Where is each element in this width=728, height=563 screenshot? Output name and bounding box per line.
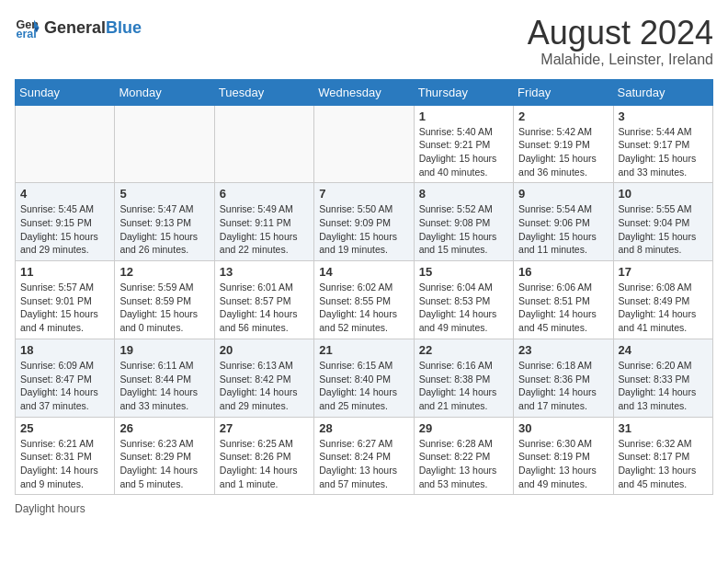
day-info: Sunrise: 5:44 AMSunset: 9:17 PMDaylight:… [619, 125, 708, 179]
day-number: 6 [220, 187, 309, 201]
calendar-cell: 5Sunrise: 5:47 AMSunset: 9:13 PMDaylight… [115, 183, 214, 261]
calendar-day-header: Thursday [414, 79, 513, 105]
calendar-cell: 31Sunrise: 6:32 AMSunset: 8:17 PMDayligh… [613, 417, 712, 495]
calendar-cell: 23Sunrise: 6:18 AMSunset: 8:36 PMDayligh… [514, 339, 613, 417]
day-number: 27 [220, 421, 309, 435]
day-info: Sunrise: 6:01 AMSunset: 8:57 PMDaylight:… [220, 281, 309, 335]
day-info: Sunrise: 5:42 AMSunset: 9:19 PMDaylight:… [518, 125, 608, 179]
day-info: Sunrise: 5:52 AMSunset: 9:08 PMDaylight:… [419, 202, 508, 257]
day-number: 20 [220, 343, 309, 357]
day-info: Sunrise: 6:16 AMSunset: 8:38 PMDaylight:… [419, 359, 508, 413]
day-info: Sunrise: 6:18 AMSunset: 8:36 PMDaylight:… [518, 359, 608, 413]
day-number: 10 [619, 187, 708, 201]
day-info: Sunrise: 5:59 AMSunset: 8:59 PMDaylight:… [119, 281, 209, 335]
day-number: 28 [319, 421, 408, 435]
calendar-cell: 30Sunrise: 6:30 AMSunset: 8:19 PMDayligh… [514, 417, 613, 495]
calendar-cell: 7Sunrise: 5:50 AMSunset: 9:09 PMDaylight… [314, 183, 414, 261]
calendar-cell: 16Sunrise: 6:06 AMSunset: 8:51 PMDayligh… [514, 261, 613, 339]
calendar-cell: 4Sunrise: 5:45 AMSunset: 9:15 PMDaylight… [16, 183, 115, 261]
calendar-day-header: Tuesday [214, 79, 313, 105]
day-info: Sunrise: 6:02 AMSunset: 8:55 PMDaylight:… [319, 281, 408, 335]
calendar-cell: 17Sunrise: 6:08 AMSunset: 8:49 PMDayligh… [613, 261, 712, 339]
day-number: 24 [619, 343, 708, 357]
day-number: 16 [518, 265, 608, 279]
calendar-cell: 22Sunrise: 6:16 AMSunset: 8:38 PMDayligh… [414, 339, 513, 417]
day-info: Sunrise: 6:30 AMSunset: 8:19 PMDaylight:… [518, 437, 608, 491]
day-info: Sunrise: 5:47 AMSunset: 9:13 PMDaylight:… [119, 202, 209, 257]
calendar-week-row: 25Sunrise: 6:21 AMSunset: 8:31 PMDayligh… [16, 417, 713, 495]
calendar-day-header: Monday [115, 79, 214, 105]
calendar-cell: 26Sunrise: 6:23 AMSunset: 8:29 PMDayligh… [115, 417, 214, 495]
day-number: 3 [619, 109, 708, 123]
calendar-cell: 13Sunrise: 6:01 AMSunset: 8:57 PMDayligh… [214, 261, 313, 339]
location-subtitle: Malahide, Leinster, Ireland [528, 52, 713, 68]
day-number: 21 [319, 343, 408, 357]
day-info: Sunrise: 6:04 AMSunset: 8:53 PMDaylight:… [419, 281, 508, 335]
calendar-cell: 24Sunrise: 6:20 AMSunset: 8:33 PMDayligh… [613, 339, 712, 417]
calendar-header-row: SundayMondayTuesdayWednesdayThursdayFrid… [16, 79, 713, 105]
calendar-week-row: 4Sunrise: 5:45 AMSunset: 9:15 PMDaylight… [16, 183, 713, 261]
day-info: Sunrise: 6:11 AMSunset: 8:44 PMDaylight:… [119, 359, 209, 413]
day-number: 13 [220, 265, 309, 279]
calendar-cell: 8Sunrise: 5:52 AMSunset: 9:08 PMDaylight… [414, 183, 513, 261]
title-area: August 2024 Malahide, Leinster, Ireland [528, 15, 713, 68]
day-number: 11 [20, 265, 109, 279]
calendar-cell: 6Sunrise: 5:49 AMSunset: 9:11 PMDaylight… [214, 183, 313, 261]
legend: Daylight hours [15, 502, 713, 515]
day-info: Sunrise: 5:57 AMSunset: 9:01 PMDaylight:… [20, 281, 109, 335]
calendar-day-header: Wednesday [314, 79, 414, 105]
day-info: Sunrise: 6:28 AMSunset: 8:22 PMDaylight:… [419, 437, 508, 491]
day-number: 14 [319, 265, 408, 279]
day-info: Sunrise: 6:15 AMSunset: 8:40 PMDaylight:… [319, 359, 408, 413]
calendar-table: SundayMondayTuesdayWednesdayThursdayFrid… [15, 79, 713, 496]
day-number: 9 [518, 187, 608, 201]
day-info: Sunrise: 5:40 AMSunset: 9:21 PMDaylight:… [419, 125, 508, 179]
logo: Gen eral GeneralBlue [15, 15, 142, 40]
day-info: Sunrise: 5:50 AMSunset: 9:09 PMDaylight:… [319, 202, 408, 257]
logo-icon: Gen eral [15, 15, 40, 40]
day-info: Sunrise: 6:06 AMSunset: 8:51 PMDaylight:… [518, 281, 608, 335]
calendar-day-header: Saturday [613, 79, 712, 105]
calendar-cell: 10Sunrise: 5:55 AMSunset: 9:04 PMDayligh… [613, 183, 712, 261]
day-info: Sunrise: 6:32 AMSunset: 8:17 PMDaylight:… [619, 437, 708, 491]
day-info: Sunrise: 6:21 AMSunset: 8:31 PMDaylight:… [20, 437, 109, 491]
day-number: 7 [319, 187, 408, 201]
calendar-week-row: 11Sunrise: 5:57 AMSunset: 9:01 PMDayligh… [16, 261, 713, 339]
calendar-cell: 21Sunrise: 6:15 AMSunset: 8:40 PMDayligh… [314, 339, 414, 417]
calendar-week-row: 1Sunrise: 5:40 AMSunset: 9:21 PMDaylight… [16, 105, 713, 183]
calendar-day-header: Friday [514, 79, 613, 105]
day-info: Sunrise: 5:49 AMSunset: 9:11 PMDaylight:… [220, 202, 309, 257]
calendar-cell: 2Sunrise: 5:42 AMSunset: 9:19 PMDaylight… [514, 105, 613, 183]
daylight-hours-label: Daylight hours [15, 502, 85, 515]
calendar-cell [214, 105, 313, 183]
day-number: 25 [20, 421, 109, 435]
svg-text:eral: eral [16, 28, 36, 40]
day-number: 30 [518, 421, 608, 435]
calendar-cell: 27Sunrise: 6:25 AMSunset: 8:26 PMDayligh… [214, 417, 313, 495]
day-number: 31 [619, 421, 708, 435]
logo-general-text: General [44, 19, 106, 36]
calendar-cell: 9Sunrise: 5:54 AMSunset: 9:06 PMDaylight… [514, 183, 613, 261]
calendar-cell: 1Sunrise: 5:40 AMSunset: 9:21 PMDaylight… [414, 105, 513, 183]
month-year-title: August 2024 [528, 15, 713, 52]
day-number: 15 [419, 265, 508, 279]
day-info: Sunrise: 6:09 AMSunset: 8:47 PMDaylight:… [20, 359, 109, 413]
calendar-day-header: Sunday [16, 79, 115, 105]
logo-blue-text: Blue [106, 19, 142, 36]
calendar-cell: 29Sunrise: 6:28 AMSunset: 8:22 PMDayligh… [414, 417, 513, 495]
calendar-cell: 25Sunrise: 6:21 AMSunset: 8:31 PMDayligh… [16, 417, 115, 495]
day-info: Sunrise: 6:13 AMSunset: 8:42 PMDaylight:… [220, 359, 309, 413]
day-info: Sunrise: 6:23 AMSunset: 8:29 PMDaylight:… [119, 437, 209, 491]
calendar-cell [314, 105, 414, 183]
calendar-cell: 3Sunrise: 5:44 AMSunset: 9:17 PMDaylight… [613, 105, 712, 183]
day-number: 29 [419, 421, 508, 435]
day-number: 22 [419, 343, 508, 357]
calendar-week-row: 18Sunrise: 6:09 AMSunset: 8:47 PMDayligh… [16, 339, 713, 417]
day-number: 23 [518, 343, 608, 357]
calendar-cell: 15Sunrise: 6:04 AMSunset: 8:53 PMDayligh… [414, 261, 513, 339]
calendar-cell [16, 105, 115, 183]
day-info: Sunrise: 5:45 AMSunset: 9:15 PMDaylight:… [20, 202, 109, 257]
day-info: Sunrise: 5:55 AMSunset: 9:04 PMDaylight:… [619, 202, 708, 257]
calendar-cell: 18Sunrise: 6:09 AMSunset: 8:47 PMDayligh… [16, 339, 115, 417]
day-number: 17 [619, 265, 708, 279]
